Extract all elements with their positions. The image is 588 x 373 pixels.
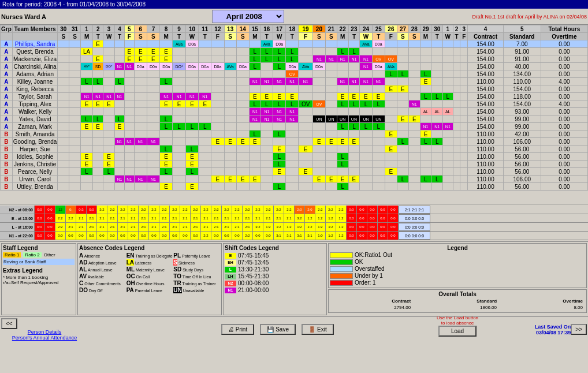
last-saved-time: 17:39 bbox=[557, 330, 571, 335]
right-panel: Legend OK:Ratio1 Out OK Overstaffed Unde… bbox=[328, 243, 587, 315]
footer-right: Last Saved On 03/04/08 17:39 bbox=[467, 324, 571, 335]
staffing-row-n1: N1 - at 22:00 0:00:0 0:00:00:00:0 0:00:0… bbox=[0, 232, 588, 240]
last-saved-label: Last Saved On bbox=[535, 324, 571, 330]
ward-name: Nurses Ward A bbox=[1, 13, 70, 20]
legend-box: Legend OK:Ratio1 Out OK Overstaffed Unde… bbox=[328, 243, 587, 288]
shift-legend: Shift Codes Legend E 07:45-15:45 EH 07:4… bbox=[223, 243, 327, 315]
exit-icon: 🚪 bbox=[308, 326, 315, 333]
shift-legend-title: Shift Codes Legend bbox=[225, 245, 325, 251]
roving-label: Roving or Bank Staff bbox=[3, 259, 75, 265]
total-overtime: 8.00 bbox=[499, 305, 584, 310]
exit-button[interactable]: 🚪 Exit bbox=[302, 324, 334, 335]
save-icon: 💾 bbox=[267, 326, 274, 333]
title-text: Rota for period: 2008 4 - from 01/04/200… bbox=[2, 1, 146, 8]
staff-legend-title: Staff Legend bbox=[3, 245, 75, 251]
month-dropdown[interactable]: April 2008 bbox=[212, 10, 284, 23]
staffing-row-n2: N2 - at 08:00 0:00:0 120:0:30:0 3:22:22:… bbox=[0, 206, 588, 214]
absence-legend: Absence Codes Legend A Absence EN Traini… bbox=[77, 243, 222, 315]
day-31: 31 bbox=[69, 25, 81, 33]
last-saved-date: 03/04/08 bbox=[536, 330, 556, 335]
legends-area: Staff Legend Ratio 1 Ratio 2 Other Rovin… bbox=[0, 241, 588, 316]
staffing-label-e: E - at 13:00 bbox=[0, 214, 35, 222]
extras-note2: r/a=Self Request/Approved bbox=[3, 280, 75, 285]
col-person: Team Members bbox=[12, 25, 58, 33]
month-selector: April 2008 bbox=[70, 10, 425, 23]
printer-icon: 🖨 bbox=[228, 326, 234, 333]
extras-note: * More than 1 booking bbox=[3, 275, 75, 280]
other-label: Other bbox=[44, 252, 55, 258]
ratio2-badge: Ratio 2 bbox=[23, 252, 41, 258]
staffing-label-l: L - at 16:00 bbox=[0, 223, 35, 231]
draft-info: Draft No.1 1st draft for April by ALINA … bbox=[425, 14, 587, 20]
annual-attendance-link[interactable]: Person's Annual Attendance bbox=[1, 335, 88, 341]
totals-title: Overall Totals bbox=[330, 291, 585, 297]
staffing-label-n2: N2 - at 08:00 bbox=[0, 206, 35, 214]
staffing-row-l: L - at 16:00 0:00:0 2:22:12:12:1 2:12:12… bbox=[0, 223, 588, 232]
rota-table: Grp Team Members 30 31 123456 7891011121… bbox=[0, 25, 588, 191]
next-button[interactable]: >> bbox=[571, 324, 587, 335]
absence-legend-title: Absence Codes Legend bbox=[79, 245, 220, 251]
staff-legend: Staff Legend Ratio 1 Ratio 2 Other Rovin… bbox=[1, 243, 76, 315]
print-button[interactable]: 🖨 Print bbox=[221, 324, 255, 335]
staffing-label-n1: N1 - at 22:00 bbox=[0, 232, 35, 240]
total-contract: 2794.00 bbox=[331, 305, 412, 310]
staffing-row-e: E - at 13:00 0:00:0 2:22:22:12:1 2:12:12… bbox=[0, 214, 588, 223]
total-hours-header: Total Hours bbox=[541, 25, 587, 33]
extras-legend-title: Extras Legend bbox=[3, 267, 75, 274]
totals-box: Overall Totals Contract Standard Overtim… bbox=[328, 289, 587, 313]
day-30: 30 bbox=[58, 25, 69, 33]
staffing-counts: N2 - at 08:00 0:00:0 120:0:30:0 3:22:22:… bbox=[0, 204, 588, 241]
ratio1-badge: Ratio 1 bbox=[3, 252, 21, 258]
header-row: Nurses Ward A April 2008 Draft No.1 1st … bbox=[0, 9, 588, 25]
save-button[interactable]: 💾 Save bbox=[260, 324, 296, 335]
person-details-link[interactable]: Person Details bbox=[1, 329, 88, 335]
col-grp: Grp bbox=[1, 25, 13, 33]
legend-title: Legend bbox=[330, 245, 585, 251]
footer-center: 🖨 Print 💾 Save 🚪 Exit bbox=[88, 324, 467, 335]
prev-button[interactable]: << bbox=[1, 318, 17, 329]
nav-prev[interactable]: << bbox=[1, 318, 88, 329]
title-bar: Rota for period: 2008 4 - from 01/04/200… bbox=[0, 0, 588, 9]
rota-wrapper: Grp Team Members 30 31 123456 7891011121… bbox=[0, 25, 588, 204]
total-standard: 1806.00 bbox=[413, 305, 498, 310]
footer-left: << Person Details Person's Annual Attend… bbox=[1, 318, 88, 341]
